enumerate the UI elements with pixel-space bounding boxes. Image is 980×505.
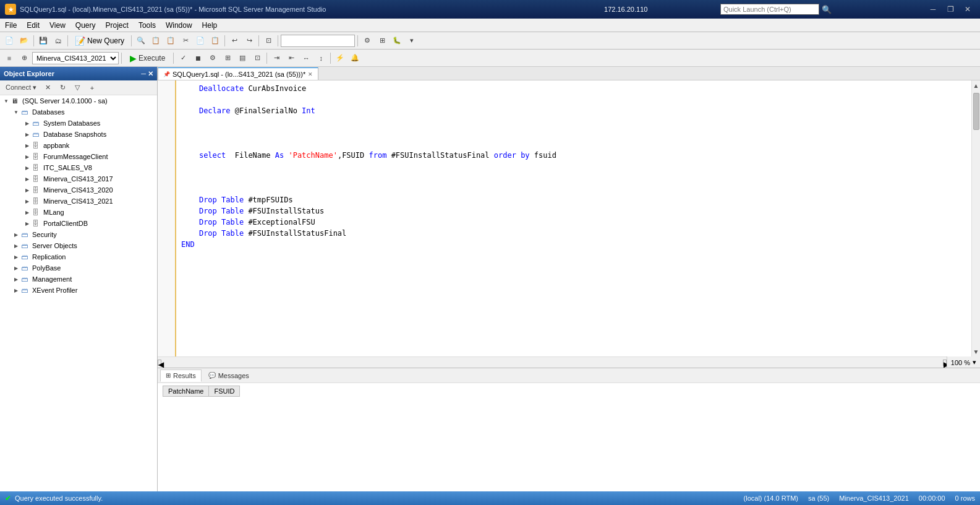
tb2-btn2[interactable]: ⊕ [17, 51, 31, 65]
tb2-misc3[interactable]: ⇤ [284, 51, 298, 65]
tree-xevent[interactable]: ▶ 🗃 XEvent Profiler [0, 285, 157, 296]
results-tab-messages[interactable]: 💬 Messages [203, 369, 255, 382]
code-editor[interactable]: Deallocate CurAbsInvoice Declare @FinalS… [176, 80, 971, 356]
oe-disconnect-btn[interactable]: ✕ [41, 81, 54, 95]
tb-btn-5[interactable]: 📄 [194, 34, 207, 48]
minerva-2017-label: Minerva_CIS413_2017 [43, 175, 113, 183]
tree-root[interactable]: ▼ 🖥 (SQL Server 14.0.1000 - sa) [0, 95, 157, 106]
tree-mlang[interactable]: ▶ 🗄 MLang [0, 207, 157, 218]
tb2-btn1[interactable]: ≡ [2, 51, 16, 65]
results-tab-results[interactable]: ⊞ Results [160, 369, 202, 382]
tb2-misc7[interactable]: 🔔 [348, 51, 362, 65]
menu-tools[interactable]: Tools [134, 19, 161, 32]
quick-launch-input[interactable] [720, 4, 819, 15]
results-panel: ⊞ Results 💬 Messages PatchName FSUID [158, 368, 980, 491]
tb-btn-7[interactable]: ⊡ [262, 34, 275, 48]
oe-header-controls: ─ ✕ [141, 70, 153, 78]
tree-management[interactable]: ▶ 🗃 Management [0, 274, 157, 285]
tb-more[interactable]: ▾ [405, 34, 419, 48]
new-db-btn[interactable]: 📄 [2, 34, 16, 48]
execute-play-icon: ▶ [130, 53, 137, 63]
tb2-parse[interactable]: ⚙ [206, 51, 219, 65]
status-database: Minerva_CIS413_2021 [839, 494, 909, 502]
tb-btn-3[interactable]: 📋 [164, 34, 177, 48]
appbank-label: appbank [43, 142, 69, 149]
tree-polybase[interactable]: ▶ 🗃 PolyBase [0, 262, 157, 274]
title-bar: ★ SQLQuery1.sql - (local).Minerva_CIS413… [0, 0, 980, 19]
search-box[interactable] [281, 35, 355, 47]
tb-btn-1[interactable]: 🔍 [134, 34, 148, 48]
menu-edit[interactable]: Edit [22, 19, 45, 32]
query-tab-active[interactable]: 📌 SQLQuery1.sql - (lo...S413_2021 (sa (5… [158, 67, 318, 80]
tb-layout[interactable]: ⊞ [375, 34, 389, 48]
sep2 [67, 35, 68, 46]
tree-portal[interactable]: ▶ 🗄 PortalClientDB [0, 218, 157, 229]
tree-databases[interactable]: ▼ 🗃 Databases [0, 106, 157, 118]
execute-button[interactable]: ▶ Execute [124, 51, 171, 65]
tree-appbank[interactable]: ▶ 🗄 appbank [0, 140, 157, 151]
tb2-misc2[interactable]: ⇥ [270, 51, 283, 65]
tb-undo[interactable]: ↩ [228, 34, 241, 48]
tree-replication[interactable]: ▶ 🗃 Replication [0, 251, 157, 262]
h-scrollbar[interactable]: ◀ ▶ [158, 359, 947, 366]
tb2-grid[interactable]: ⊞ [221, 51, 234, 65]
close-button[interactable]: ✕ [960, 3, 975, 15]
oe-filter-btn[interactable]: ▽ [70, 81, 84, 95]
zoom-dropdown-icon[interactable]: ▾ [973, 358, 976, 366]
new-query-button[interactable]: 📝 New Query [70, 34, 129, 48]
tb2-misc1[interactable]: ⊡ [250, 51, 264, 65]
tree-system-dbs[interactable]: ▶ 🗃 System Databases [0, 118, 157, 129]
tb-options[interactable]: ⚙ [360, 34, 374, 48]
tb2-misc6[interactable]: ⚡ [333, 51, 347, 65]
database-selector[interactable]: Minerva_CIS413_2021 [32, 52, 119, 64]
tree-minerva-2017[interactable]: ▶ 🗄 Minerva_CIS413_2017 [0, 173, 157, 184]
restore-button[interactable]: ❐ [943, 3, 958, 15]
tree-security[interactable]: ▶ 🗃 Security [0, 229, 157, 240]
oe-pin-icon[interactable]: ─ [141, 70, 146, 78]
management-icon: 🗃 [21, 275, 31, 283]
oe-connect-btn[interactable]: Connect ▾ [2, 81, 40, 95]
replication-label: Replication [32, 253, 66, 261]
save-all-btn[interactable]: 🗂 [51, 34, 65, 48]
scroll-up-btn[interactable]: ▲ [973, 80, 980, 90]
status-rows: 0 rows [955, 494, 975, 502]
tb2-results[interactable]: ▤ [236, 51, 249, 65]
save-btn[interactable]: 💾 [36, 34, 50, 48]
editor-scrollbar[interactable]: ▲ ▼ [971, 80, 980, 356]
tree-forum[interactable]: ▶ 🗄 ForumMessageClient [0, 151, 157, 162]
tb-redo[interactable]: ↪ [242, 34, 256, 48]
tree-server-objects[interactable]: ▶ 🗃 Server Objects [0, 240, 157, 251]
menu-file[interactable]: File [0, 19, 22, 32]
minimize-button[interactable]: ─ [926, 3, 940, 15]
scroll-down-btn[interactable]: ▼ [973, 347, 980, 356]
tb-btn-6[interactable]: 📋 [208, 34, 222, 48]
tb2-stop[interactable]: ⏹ [191, 51, 205, 65]
results-grid: PatchName FSUID [163, 386, 240, 397]
tb2-misc4[interactable]: ↔ [299, 51, 313, 65]
tb-btn-2[interactable]: 📋 [149, 34, 163, 48]
minerva-2020-icon: 🗄 [32, 186, 42, 194]
tb-debug[interactable]: 🐛 [390, 34, 404, 48]
tb-btn-4[interactable]: ✂ [179, 34, 192, 48]
oe-new-btn[interactable]: + [85, 81, 99, 95]
scroll-thumb[interactable] [973, 93, 979, 130]
polybase-label: PolyBase [32, 264, 61, 272]
tb2-check[interactable]: ✓ [176, 51, 190, 65]
open-btn[interactable]: 📂 [17, 34, 31, 48]
tree-minerva-2021[interactable]: ▶ 🗄 Minerva_CIS413_2021 [0, 196, 157, 207]
menu-help[interactable]: Help [197, 19, 223, 32]
tree-itc[interactable]: ▶ 🗄 ITC_SALES_V8 [0, 162, 157, 173]
tree-db-snapshots[interactable]: ▶ 🗃 Database Snapshots [0, 129, 157, 140]
menu-view[interactable]: View [45, 19, 70, 32]
tab-close-btn[interactable]: ✕ [308, 71, 313, 77]
oe-close-icon[interactable]: ✕ [148, 70, 153, 78]
menu-query[interactable]: Query [70, 19, 101, 32]
oe-refresh-btn[interactable]: ↻ [56, 81, 69, 95]
root-label: (SQL Server 14.0.1000 - sa) [22, 97, 108, 105]
results-grid-icon: ⊞ [166, 372, 171, 379]
tb2-misc5[interactable]: ↕ [314, 51, 328, 65]
sep1 [33, 35, 34, 46]
menu-window[interactable]: Window [161, 19, 197, 32]
tree-minerva-2020[interactable]: ▶ 🗄 Minerva_CIS413_2020 [0, 184, 157, 196]
menu-project[interactable]: Project [101, 19, 134, 32]
